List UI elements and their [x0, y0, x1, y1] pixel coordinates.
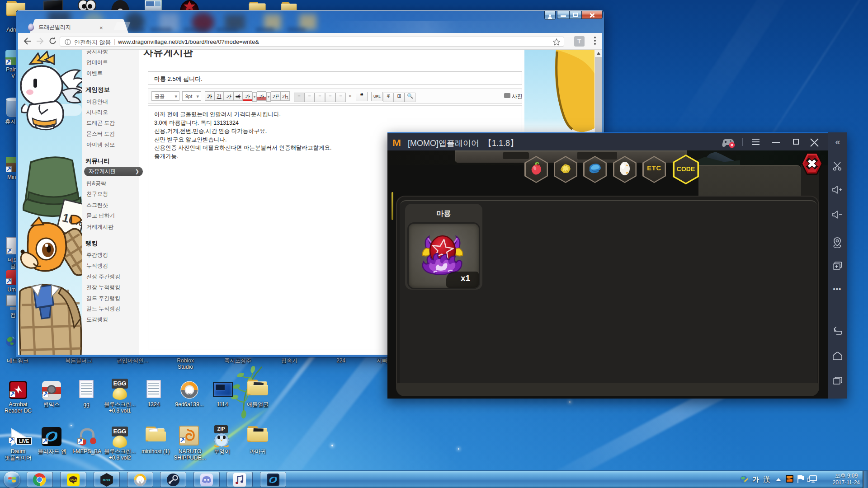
svg-text:TALK: TALK — [70, 479, 77, 481]
